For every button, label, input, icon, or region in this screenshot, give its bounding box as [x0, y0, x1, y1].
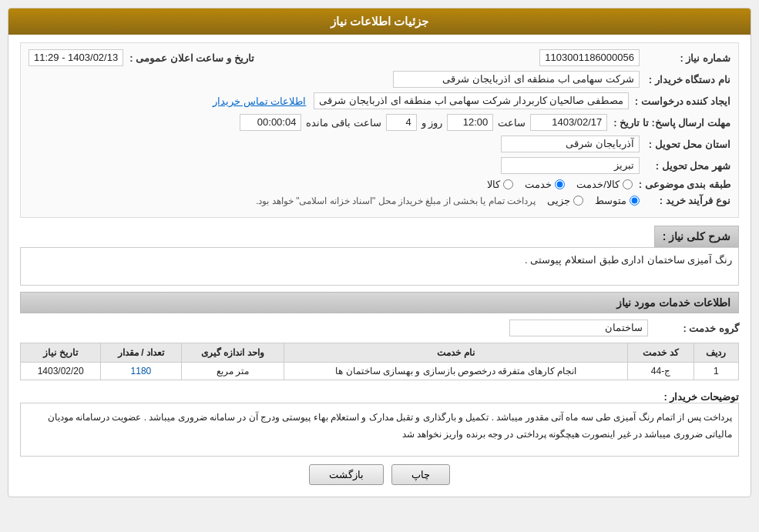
- mohlet-time: 12:00: [447, 114, 493, 131]
- cell-name: انجام کارهای متفرقه درخصوص بازسازی و بهس…: [284, 363, 628, 380]
- tawzihat-label: توضیحات خریدار :: [663, 388, 739, 403]
- process-motovaset-label: متوسط: [595, 195, 626, 206]
- tarikh-label: تاریخ و ساعت اعلان عمومی :: [129, 52, 254, 64]
- idad-konanda-label: ایجاد کننده درخواست :: [635, 95, 730, 107]
- tarikh-value: 1403/02/13 - 11:29: [29, 49, 123, 66]
- tamaas-link[interactable]: اطلاعات تماس خریدار: [213, 95, 306, 107]
- tabaqe-khedmat-label: خدمت: [525, 179, 552, 190]
- tabaqe-khedmat-radio[interactable]: [555, 179, 565, 189]
- daststgah-value: شرکت سهامی اب منطقه ای اذربایجان شرقی: [393, 71, 640, 88]
- tabaqe-kala-label: کالا: [487, 179, 500, 190]
- sharh-box: رنگ آمیزی ساختمان اداری طبق استعلام پیوس…: [20, 247, 739, 286]
- print-button[interactable]: چاپ: [391, 464, 450, 485]
- table-row: 1ج-44انجام کارهای متفرقه درخصوص بازسازی …: [21, 363, 739, 380]
- process-motovaset-radio[interactable]: [630, 196, 640, 206]
- services-table: ردیف کد خدمت نام خدمت واحد اندازه گیری ت…: [20, 343, 739, 380]
- rooz-label: روز و: [421, 117, 443, 129]
- idad-konanda-value: مصطفی صالحیان کاربردار شرکت سهامی اب منط…: [314, 92, 629, 109]
- tabaqe-kala-khedmat-label: کالا/خدمت: [576, 179, 620, 190]
- process-radio-group: متوسط جزیی پرداخت تمام یا بخشی از مبلغ خ…: [256, 195, 640, 206]
- shahr-label: شهر محل تحویل :: [646, 160, 730, 172]
- cell-tarikh: 1403/02/20: [21, 363, 101, 380]
- saat-label: ساعت: [498, 117, 526, 129]
- sharh-label: شرح کلی نیاز :: [654, 226, 739, 247]
- tabaqe-kala-khedmat-item[interactable]: کالا/خدمت: [576, 179, 633, 190]
- shomara-niaz-label: شماره نیاز :: [646, 52, 730, 64]
- process-jozee-item[interactable]: جزیی: [547, 195, 583, 206]
- cell-kod: ج-44: [628, 363, 694, 380]
- tawzihat-box: پرداخت پس از اتمام رنگ آمیزی طی سه ماه آ…: [20, 403, 739, 457]
- services-section-title: اطلاعات خدمات مورد نیاز: [20, 292, 739, 313]
- mohlet-rooz: 4: [386, 114, 417, 131]
- page-title: جزئیات اطلاعات نیاز: [8, 8, 751, 35]
- payment-note: پرداخت تمام یا بخشی از مبلغ خریداز محل "…: [256, 196, 536, 206]
- col-name: نام خدمت: [284, 343, 628, 363]
- col-kod: کد خدمت: [628, 343, 694, 363]
- mande-label: ساعت باقی مانده: [306, 117, 381, 129]
- mohlet-date: 1403/02/17: [530, 114, 607, 131]
- nooe-farayand-label: نوع فرآیند خرید :: [646, 195, 730, 206]
- col-radif: ردیف: [694, 343, 738, 363]
- cell-vahed: متر مربع: [181, 363, 284, 380]
- tabaqe-label: طبقه بندی موضوعی :: [639, 179, 730, 190]
- shahr-value: تبریز: [501, 157, 640, 174]
- grohe-value: ساختمان: [509, 320, 648, 336]
- tabaqe-radio-group: کالا/خدمت خدمت کالا: [487, 179, 633, 190]
- mohlet-label: مهلت ارسال پاسخ: تا تاریخ :: [613, 117, 730, 129]
- back-button[interactable]: بازگشت: [309, 464, 384, 485]
- col-tedad: تعداد / مقدار: [101, 343, 181, 363]
- cell-radif: 1: [694, 363, 738, 380]
- process-jozee-radio[interactable]: [573, 196, 583, 206]
- tabaqe-kala-item[interactable]: کالا: [487, 179, 513, 190]
- tabaqe-khedmat-item[interactable]: خدمت: [525, 179, 565, 190]
- daststgah-label: نام دستگاه خریدار :: [646, 74, 730, 85]
- ostan-value: آذربایجان شرقی: [501, 136, 640, 152]
- ostan-label: استان محل تحویل :: [646, 139, 730, 150]
- shomara-niaz-value: 1103001186000056: [539, 49, 640, 66]
- tabaqe-kala-khedmat-radio[interactable]: [623, 179, 633, 189]
- tabaqe-kala-radio[interactable]: [503, 179, 513, 189]
- col-tarikh: تاریخ نیاز: [21, 343, 101, 363]
- cell-tedad: 1180: [101, 363, 181, 380]
- col-vahed: واحد اندازه گیری: [181, 343, 284, 363]
- process-motovaset-item[interactable]: متوسط: [595, 195, 640, 206]
- mohlet-mande: 00:00:04: [240, 114, 301, 131]
- grohe-label: گروه خدمت :: [654, 323, 739, 334]
- process-jozee-label: جزیی: [547, 195, 570, 206]
- button-row: چاپ بازگشت: [20, 464, 739, 485]
